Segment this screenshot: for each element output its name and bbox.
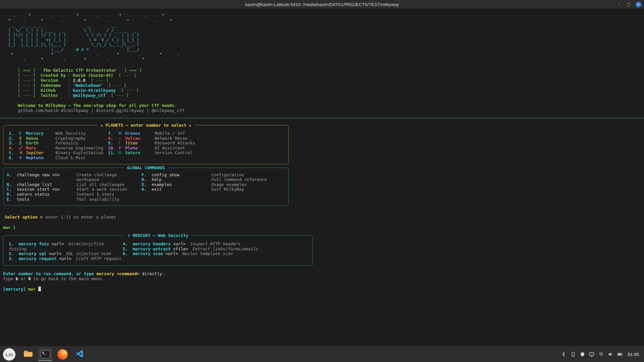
fire-icon: ♨ [118, 136, 125, 141]
volume-icon[interactable] [607, 351, 613, 357]
command-arg: <url> [165, 251, 178, 256]
clock[interactable]: 01:05 [628, 352, 639, 357]
display-icon[interactable] [589, 351, 595, 357]
info-header-row: [ === ] The Galactic CTF Orchestrator [ … [18, 68, 644, 73]
bracket: [ --- ] [111, 93, 129, 98]
terminal-app-button[interactable]: $_ [38, 348, 52, 361]
files-app-button[interactable] [21, 348, 35, 361]
project-links: github.com/kazim-45/milkyway | discord.g… [18, 108, 644, 113]
bracket: [ --- ] [18, 78, 36, 83]
planet-category: Network Recon [155, 136, 288, 141]
folder-icon [23, 350, 33, 359]
planet-number: 3. [9, 141, 19, 146]
hint-text: directly. [142, 271, 165, 276]
command-desc: Full command reference [211, 177, 288, 182]
prompt-context: [mercury] [3, 287, 26, 292]
planet-number: 10. [108, 146, 118, 151]
command-number: 1. [9, 242, 19, 247]
command-number: 2. [9, 251, 19, 256]
mars-symbol-icon: ♂ [19, 146, 26, 151]
planet-name: Venus [26, 136, 55, 141]
planets-menu-box: ★ PLANETS — enter number to select ★ 1.☿… [3, 125, 289, 164]
command-arg: <url> [173, 241, 186, 246]
vscode-app-button[interactable] [72, 348, 87, 361]
terminal-cursor[interactable] [38, 287, 41, 291]
command-text: challenge list [17, 182, 76, 187]
jupiter-symbol-icon: ♃ [19, 150, 26, 156]
hint-text: or type [76, 271, 94, 276]
global-commands-title: GLOBAL COMMANDS [124, 165, 168, 170]
bracket: [ --- ] [18, 88, 36, 93]
command-key: X. [142, 182, 152, 187]
command-number: 4. [123, 242, 133, 247]
command-desc: Create challenge workspace [76, 173, 142, 182]
command-key: C. [7, 187, 17, 192]
command-key: E. [7, 197, 17, 202]
planet-item-neptune: 6.♆NeptuneCloud & Misc [9, 156, 108, 161]
venus-symbol-icon: ♀ [19, 136, 26, 141]
command-desc: Craft HTTP request [76, 256, 121, 261]
bluetooth-icon[interactable] [560, 351, 567, 357]
command-key: D. [7, 192, 17, 197]
info-row-github: [ --- ]GitHub:kazim-45/milkyway[ --- ] [18, 88, 644, 93]
mercury-menu-box: ☿ MERCURY — Web Security 1.mercury fuzz<… [3, 235, 313, 265]
command-text: config show [152, 173, 211, 178]
moon-icon: ☾ [118, 141, 125, 146]
minimize-button[interactable]: – [616, 2, 622, 7]
info-label: Codename [41, 83, 68, 88]
shell-prompt: mw> [28, 287, 36, 292]
command-number: 3. [9, 256, 19, 261]
go-back-hint: Type b or 0 to go back to the main menu. [3, 276, 644, 281]
planet-category: Cryptography [55, 136, 108, 141]
command-item: E.toolsTool availability [7, 197, 142, 202]
hint-command: mercury <command> [96, 271, 139, 276]
info-value: kazim-45/milkyway [73, 88, 116, 93]
main-prompt-line[interactable]: mw>1 [3, 225, 644, 230]
hint-key: 0 [28, 276, 31, 281]
close-button[interactable]: ✕ [636, 2, 641, 7]
battery-icon[interactable] [617, 351, 623, 357]
separator-colon: : [68, 73, 71, 78]
mercury-command-item: 4.mercury headers<url>Inspect HTTP heade… [123, 242, 313, 247]
mint-menu-button[interactable]: Lm [3, 348, 15, 361]
bracket: [ --- ] [18, 73, 36, 78]
info-label: GitHub [41, 88, 68, 93]
command-desc: Usage examples [211, 182, 288, 187]
separator-colon: : [68, 78, 71, 83]
terminal[interactable]: . * . * . * . * * . * . * . * . * __ __ … [0, 9, 644, 346]
titlebar[interactable]: kazim@kazim-Latitude-5410: /media/kazim/… [0, 0, 644, 9]
earth-symbol-icon: ♁ [19, 141, 26, 146]
bracket: [ --- ] [119, 73, 137, 78]
command-desc: Tool availability [76, 197, 142, 202]
mercury-command-item: 5.mercury extract<file>Extract links/for… [123, 247, 313, 252]
wifi-icon[interactable] [598, 351, 604, 357]
firefox-app-button[interactable] [55, 348, 69, 361]
select-option-label: Select option > [5, 215, 43, 220]
mercury-command-item: 2.mercury sql<url>SQL injection scan [9, 251, 123, 256]
mercury-command-item: 3.mercury request<url>Craft HTTP request [9, 256, 123, 261]
command-desc: List all challenges [76, 182, 142, 187]
clipboard-icon[interactable] [570, 351, 576, 357]
info-label: Version [41, 78, 68, 83]
command-key: H. [142, 177, 152, 182]
command-item: 0.exitExit MilkyWay [142, 187, 288, 192]
maximize-button[interactable]: □ [626, 2, 631, 7]
command-text: challenge new <n> [17, 173, 76, 182]
planet-name: Uranus [125, 131, 155, 136]
mercury-box-title: ☿ MERCURY — Web Security [124, 233, 192, 238]
command-text: help [152, 177, 211, 182]
separator-colon: : [68, 93, 71, 98]
planet-category: Web Security [55, 131, 108, 136]
command-item: C.session start <n>Start a work session [7, 187, 142, 192]
welcome-message: Welcome to MilkyWay — The one-stop shop … [18, 103, 644, 108]
run-command-hint: Enter number to run command, or type mer… [3, 271, 644, 276]
planet-category: AI Assistant [155, 146, 288, 151]
planets-box-title: ★ PLANETS — enter number to select ★ [97, 123, 195, 128]
milkyway-ascii-logo: . * . * . * . * * . * . * . * . * __ __ … [3, 13, 644, 62]
planet-name: Vulcan [125, 136, 155, 141]
mercury-prompt-line[interactable]: [mercury]mw> [3, 287, 644, 292]
planet-category: Password Attacks [155, 141, 288, 146]
pluto-symbol-icon: ♇ [118, 146, 125, 151]
shield-icon[interactable] [579, 351, 585, 357]
command-desc: Configuration [211, 173, 288, 178]
